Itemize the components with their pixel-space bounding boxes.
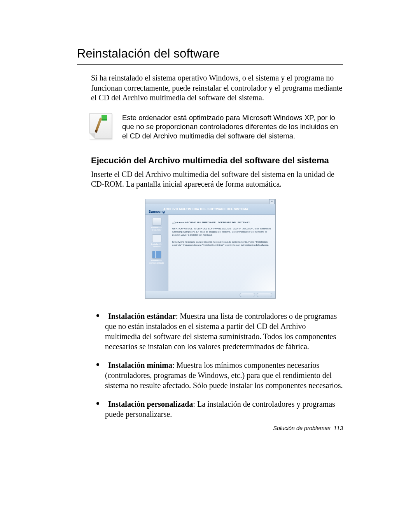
note-text: Este ordenador está optimizado para Micr… bbox=[122, 113, 343, 141]
sidebar-label: Instalación estándar bbox=[148, 226, 165, 231]
screenshot-sidebar: Instalación estándar Instalación mínima … bbox=[145, 215, 168, 291]
screenshot-question: ¿Qué es el ARCHIVO MULTIMEDIA DEL SOFTWA… bbox=[172, 221, 271, 224]
screenshot-title-text: ARCHIVO MULTIMEDIA DEL SOFTWARE DEL SIST… bbox=[163, 207, 248, 211]
install-options-list: Instalación estándar: Muestra una lista … bbox=[91, 311, 343, 428]
sidebar-label: Instalación mínima bbox=[148, 243, 165, 248]
list-item: Instalación estándar: Muestra una lista … bbox=[91, 311, 343, 360]
footer-section: Solución de problemas bbox=[273, 425, 331, 431]
brand-label: Samsung bbox=[149, 210, 165, 213]
list-item: Instalación mínima: Muestra los mínimos … bbox=[91, 360, 343, 399]
intro-paragraph: Si ha reinstalado el sistema operativo W… bbox=[91, 73, 343, 103]
close-icon: × bbox=[269, 199, 275, 204]
note-block: Este ordenador está optimizado para Micr… bbox=[89, 113, 343, 141]
screenshot-paragraph: El software necesario para el sistema no… bbox=[172, 240, 271, 247]
screenshot-footer bbox=[145, 291, 275, 298]
title-divider bbox=[77, 64, 343, 65]
option-label: Instalación mínima bbox=[105, 361, 172, 369]
screenshot-main: ¿Qué es el ARCHIVO MULTIMEDIA DEL SOFTWA… bbox=[168, 215, 275, 291]
document-page: Reinstalación del software Si ha reinsta… bbox=[0, 0, 420, 509]
screenshot-figure: × Samsung ARCHIVO MULTIMEDIA DEL SOFTWAR… bbox=[145, 199, 275, 299]
list-item: Instalación personalizada: La instalació… bbox=[91, 399, 343, 428]
sidebar-item-custom: Instalación personalizada bbox=[148, 251, 165, 264]
sidebar-item-minimal: Instalación mínima bbox=[148, 234, 165, 248]
sidebar-item-standard: Instalación estándar bbox=[148, 218, 165, 231]
screenshot-title: Samsung ARCHIVO MULTIMEDIA DEL SOFTWARE … bbox=[145, 204, 275, 215]
page-title: Reinstalación del software bbox=[77, 47, 343, 61]
page-footer: Solución de problemas113 bbox=[273, 425, 343, 431]
note-icon bbox=[89, 113, 112, 139]
section-text: Inserte el CD del Archivo multimedia del… bbox=[91, 170, 343, 189]
section-heading: Ejecución del Archivo multimedia del sof… bbox=[91, 156, 343, 166]
screenshot-paragraph: Un ARCHIVO MULTIMEDIA DEL SOFTWARE DEL S… bbox=[172, 227, 271, 236]
sidebar-label: Instalación personalizada bbox=[148, 259, 165, 264]
option-label: Instalación estándar bbox=[105, 312, 176, 320]
option-label: Instalación personalizada bbox=[105, 400, 193, 408]
page-number: 113 bbox=[334, 425, 343, 431]
